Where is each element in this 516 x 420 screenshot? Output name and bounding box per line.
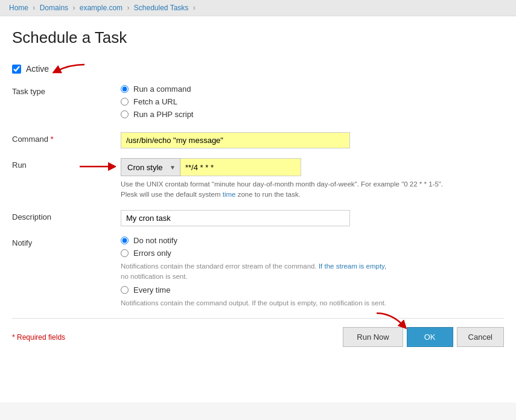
- task-type-radio-php[interactable]: [121, 110, 129, 118]
- notify-radio-always[interactable]: [121, 286, 129, 294]
- task-type-radio-command[interactable]: [121, 85, 129, 93]
- notify-row: Notify Do not notify Errors only Notific…: [12, 236, 504, 309]
- run-row: Run Cron sty: [12, 158, 504, 200]
- task-type-label-command[interactable]: Run a command: [133, 84, 191, 94]
- ok-button[interactable]: OK: [407, 327, 453, 347]
- notify-label-none[interactable]: Do not notify: [133, 236, 177, 245]
- ok-arrow-indicator: [374, 310, 409, 332]
- task-type-radio-url[interactable]: [121, 98, 129, 106]
- run-control: Cron style ▼ Use the UNIX crontab format…: [121, 158, 504, 200]
- task-type-options: Run a command Fetch a URL Run a PHP scri…: [121, 84, 504, 122]
- page-title: Schedule a Task: [12, 28, 504, 53]
- cron-expression-input[interactable]: [180, 158, 301, 176]
- active-checkbox[interactable]: [12, 65, 21, 74]
- cron-style-select[interactable]: Cron style: [121, 158, 180, 176]
- notify-errors-link[interactable]: If the stream is empty,: [319, 262, 386, 270]
- breadcrumb-domains[interactable]: Domains: [40, 4, 68, 12]
- form-section: Active Task type Run a command: [12, 64, 504, 308]
- description-control: [121, 210, 504, 226]
- task-type-row: Task type Run a command Fetch a URL Run …: [12, 84, 504, 122]
- notify-label-always[interactable]: Every time: [133, 285, 170, 294]
- time-zone-link[interactable]: time: [223, 191, 236, 198]
- notify-option-2: Every time Notifications contain the com…: [121, 285, 504, 308]
- command-input[interactable]: [121, 132, 350, 148]
- run-input-row: Cron style ▼: [121, 158, 301, 176]
- run-arrow-indicator: [78, 159, 116, 174]
- active-arrow-indicator: [51, 62, 88, 78]
- run-hint-text: Use the UNIX crontab format "minute hour…: [121, 179, 447, 200]
- notify-label: Notify: [12, 236, 121, 247]
- breadcrumb-site[interactable]: example.com: [80, 4, 123, 12]
- command-label: Command *: [12, 132, 121, 144]
- description-label: Description: [12, 210, 121, 221]
- task-type-label: Task type: [12, 84, 121, 96]
- notify-hint-always: Notifications contain the command output…: [121, 298, 435, 308]
- cancel-button[interactable]: Cancel: [457, 327, 504, 347]
- breadcrumb: Home › Domains › example.com › Scheduled…: [0, 0, 516, 16]
- cron-style-wrapper: Cron style ▼: [121, 158, 180, 176]
- required-fields-note: * Required fields: [12, 333, 65, 342]
- active-label[interactable]: Active: [26, 64, 49, 74]
- notify-label-errors[interactable]: Errors only: [133, 249, 171, 258]
- notify-control: Do not notify Errors only Notifications …: [121, 236, 504, 309]
- page-content: Schedule a Task Active Task type: [0, 16, 516, 402]
- active-row: Active: [12, 64, 504, 74]
- task-type-label-url[interactable]: Fetch a URL: [133, 97, 177, 106]
- notify-radio-none[interactable]: [121, 237, 129, 244]
- description-row: Description: [12, 210, 504, 226]
- breadcrumb-scheduled-tasks[interactable]: Scheduled Tasks: [134, 4, 189, 12]
- description-input[interactable]: [121, 210, 350, 226]
- notify-option-0: Do not notify: [121, 236, 504, 245]
- command-control: [121, 132, 504, 148]
- notify-option-1: Errors only Notifications contain the st…: [121, 249, 504, 282]
- breadcrumb-home[interactable]: Home: [9, 4, 28, 12]
- command-required-star: *: [51, 135, 54, 144]
- task-type-option-0: Run a command: [121, 84, 504, 94]
- command-row: Command *: [12, 132, 504, 148]
- task-type-option-1: Fetch a URL: [121, 97, 504, 106]
- task-type-label-php[interactable]: Run a PHP script: [133, 110, 193, 119]
- notify-hint-errors: Notifications contain the standard error…: [121, 261, 435, 282]
- notify-radio-errors[interactable]: [121, 249, 129, 257]
- footer-bar: * Required fields Run Now OK Cancel: [12, 318, 504, 347]
- task-type-option-2: Run a PHP script: [121, 110, 504, 119]
